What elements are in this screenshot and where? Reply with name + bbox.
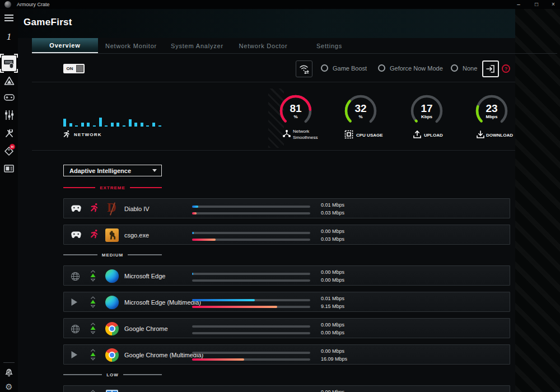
diablo-iv-logo: D <box>105 202 119 216</box>
network-bar <box>146 125 149 127</box>
download-value: 0.03 Mbps <box>321 236 344 242</box>
tab-system-analyzer[interactable]: System Analyzer <box>164 38 230 53</box>
qos-mode-dropdown[interactable]: Adaptive Intelligence <box>63 165 162 176</box>
download-value: 9.15 Mbps <box>321 304 344 309</box>
download-value: 0.03 Mbps <box>321 210 344 216</box>
app-name: Microsoft Edge (Multimedia) <box>124 299 201 306</box>
section-header-extreme: EXTREME <box>63 185 162 190</box>
priority-extreme-runner-icon[interactable] <box>90 229 99 241</box>
cpu-icon <box>344 130 353 141</box>
priority-arrows-icon[interactable] <box>90 270 96 284</box>
menu-hamburger-icon[interactable] <box>0 15 18 21</box>
gauge-label: CPU USAGE <box>356 132 383 138</box>
network-bar <box>75 125 78 127</box>
gauge-unit: Kbps <box>409 114 445 119</box>
qos-mode-value: Adaptive Intelligence <box>64 167 152 174</box>
priority-arrows-icon[interactable] <box>90 296 96 310</box>
microsoft-edge-logo <box>105 296 119 309</box>
gamefirst-power-toggle[interactable]: ON <box>63 64 85 73</box>
windows-system-logo <box>106 390 118 392</box>
tab-network-monitor[interactable]: Network Monitor <box>98 38 164 53</box>
network-bar <box>105 125 108 127</box>
home-icon[interactable]: 1 <box>0 31 18 43</box>
gamepad-icon <box>71 231 82 241</box>
network-bar <box>93 125 96 127</box>
qos-row-google-chrome-multimedia[interactable]: Google Chrome (Multimedia)0.00 Mbps16.09… <box>63 344 510 365</box>
help-icon[interactable]: ? <box>502 64 510 73</box>
upload-value: 0.00 Mbps <box>321 389 344 392</box>
header-gradient <box>18 9 560 38</box>
upload-bar-fill <box>192 273 193 275</box>
bandwidth-values: 0.00 Mbps0.03 Mbps <box>321 225 388 245</box>
tab-settings[interactable]: Settings <box>296 38 362 53</box>
aura-sync-icon[interactable] <box>0 76 18 86</box>
qos-row-google-chrome[interactable]: Google Chrome0.00 Mbps0.00 Mbps <box>63 318 510 338</box>
network-activity-chart <box>63 117 164 127</box>
network-nodes-icon <box>282 129 291 141</box>
qos-row-microsoft-edge-multimedia[interactable]: Microsoft Edge (Multimedia)0.01 Mbps9.15… <box>63 292 510 312</box>
priority-arrows-icon[interactable] <box>90 323 96 337</box>
network-bar <box>116 123 119 127</box>
section-header-medium: MEDIUM <box>63 252 162 258</box>
offers-tag-icon[interactable] <box>0 146 18 156</box>
section-line <box>130 187 162 188</box>
news-icon[interactable] <box>0 165 18 172</box>
radio-label: None <box>463 65 477 72</box>
device-keyboard-icon[interactable] <box>2 55 16 71</box>
qos-row-diablo-iv[interactable]: DDiablo IV0.01 Mbps0.03 Mbps <box>63 198 510 218</box>
gauge-value: 23 <box>474 102 510 115</box>
qos-row-system[interactable]: System0.00 Mbps <box>63 385 510 392</box>
upload-value: 0.00 Mbps <box>321 269 344 275</box>
gauge-unit: % <box>278 114 314 119</box>
radio-none[interactable]: None <box>451 64 477 72</box>
microsoft-edge-logo <box>105 269 119 283</box>
gauge-value: 32 <box>343 102 379 115</box>
download-value: 0.00 Mbps <box>321 330 344 335</box>
notifications-muted-icon[interactable] <box>0 367 18 376</box>
upload-value: 0.01 Mbps <box>321 202 344 208</box>
priority-extreme-runner-icon[interactable] <box>90 203 99 214</box>
network-bar <box>129 119 132 127</box>
import-profile-button[interactable] <box>482 60 499 77</box>
qos-row-csgo-exe[interactable]: csgo.exe0.00 Mbps0.03 Mbps <box>63 225 510 245</box>
tab-network-doctor[interactable]: Network Doctor <box>230 38 296 53</box>
tabbar-underline <box>32 53 557 54</box>
upload-value: 0.00 Mbps <box>321 348 344 354</box>
google-chrome-logo <box>105 348 119 362</box>
upload-bar-track <box>192 273 310 275</box>
section-label: LOW <box>106 372 119 377</box>
close-button[interactable]: × <box>547 0 560 9</box>
priority-arrows-icon[interactable] <box>90 390 96 392</box>
radio-label: Geforce Now Mode <box>390 65 443 72</box>
app-name: Google Chrome <box>124 325 168 332</box>
network-bar <box>111 123 114 127</box>
game-library-icon[interactable] <box>0 94 18 101</box>
settings-gear-icon[interactable]: ⚙ <box>0 382 18 391</box>
upload-value: 0.00 Mbps <box>321 322 344 328</box>
gauge-network-smoothness: 81% <box>278 93 314 129</box>
radio-circle <box>321 64 328 72</box>
globe-icon <box>71 272 80 283</box>
divider <box>32 150 515 151</box>
qos-row-microsoft-edge[interactable]: Microsoft Edge0.00 Mbps0.00 Mbps <box>63 265 510 286</box>
priority-arrows-icon[interactable] <box>90 349 96 363</box>
bandwidth-values: 0.00 Mbps0.00 Mbps <box>321 319 388 339</box>
radio-game-boost[interactable]: Game Boost <box>321 64 367 72</box>
bandwidth-values: 0.00 Mbps0.00 Mbps <box>321 266 388 286</box>
offers-badge: H <box>10 144 15 150</box>
wifi-transfer-button[interactable] <box>296 60 312 77</box>
right-decor-stripes <box>515 9 560 392</box>
download-bar-fill <box>192 239 216 241</box>
tools-icon[interactable] <box>0 128 18 138</box>
minimize-button[interactable]: – <box>512 0 525 9</box>
maximize-button[interactable]: □ <box>530 0 543 9</box>
upload-bar-track <box>192 325 310 328</box>
gauge-unit: % <box>343 114 379 119</box>
upload-value: 0.00 Mbps <box>321 228 344 234</box>
tab-overview[interactable]: Overview <box>32 38 98 53</box>
gauge-value: 17 <box>409 102 445 115</box>
radio-geforce-now-mode[interactable]: Geforce Now Mode <box>378 64 443 72</box>
upload-value: 0.01 Mbps <box>321 296 344 301</box>
scenario-sliders-icon[interactable] <box>0 110 18 120</box>
app-name: csgo.exe <box>124 232 149 239</box>
